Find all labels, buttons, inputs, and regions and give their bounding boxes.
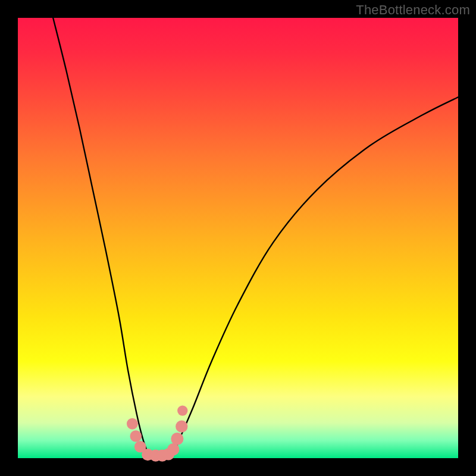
highlight-marker <box>171 433 183 445</box>
highlight-marker <box>127 418 138 430</box>
left-branch-path <box>53 18 150 458</box>
plot-area <box>18 18 458 458</box>
highlight-marker <box>167 443 179 455</box>
highlight-marker <box>176 421 187 433</box>
right-branch-path <box>172 97 458 458</box>
highlight-marker <box>177 405 187 415</box>
curve-layer <box>18 18 458 458</box>
highlight-marker <box>130 430 142 442</box>
chart-stage: TheBottleneck.com <box>0 0 476 476</box>
watermark-text: TheBottleneck.com <box>356 2 470 18</box>
highlight-markers <box>127 405 188 461</box>
